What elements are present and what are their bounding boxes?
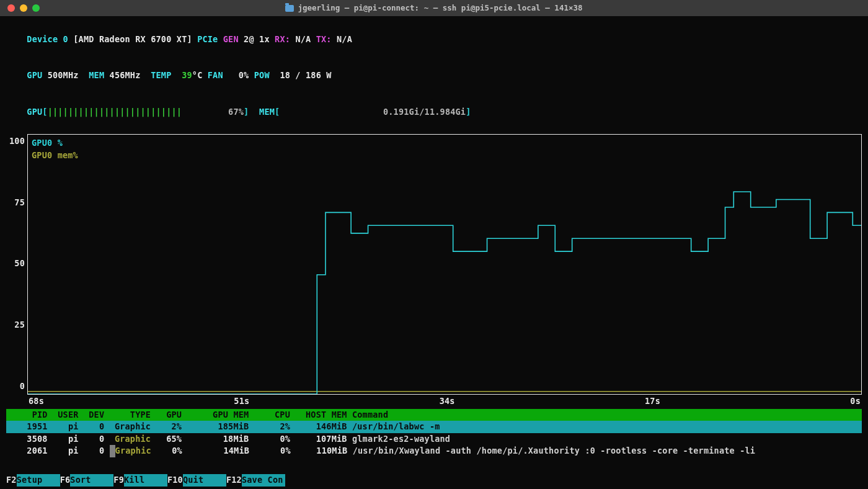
temp-value: 39 <box>182 70 192 80</box>
tx-value: N/A <box>337 34 352 44</box>
footer-action-save-config[interactable]: Save Con <box>242 474 285 487</box>
xtick: 51s <box>234 395 249 408</box>
gen-value: 2@ 1x <box>244 34 270 44</box>
footer-bar: F2Setup F6Sort F9Kill F10Quit F12Save Co… <box>6 474 862 487</box>
mem-meter-text: 0.191Gi/11.984Gi <box>383 107 466 117</box>
temp-label: TEMP <box>151 70 171 80</box>
xtick: 68s <box>29 395 44 408</box>
gen-label: GEN <box>223 34 239 44</box>
gpu-meter-pct: 67% <box>228 107 244 117</box>
folder-icon <box>285 5 294 12</box>
pcie-label: PCIe <box>197 34 218 44</box>
footer-key: F10 <box>167 474 183 487</box>
chart-svg <box>28 135 861 394</box>
device-line: Device 0 [AMD Radeon RX 6700 XT] PCIe GE… <box>6 21 862 58</box>
window-title: jgeerling — pi@pi-connect: ~ — ssh pi@pi… <box>0 2 868 14</box>
gpu-label: GPU <box>27 70 42 80</box>
x-axis: 68s 51s 34s 17s 0s <box>27 395 862 408</box>
pow-label: POW <box>254 70 270 80</box>
table-row[interactable]: 2061 pi 0 Graphic 0% 14MiB 0% 110MiB /us… <box>6 445 862 457</box>
temp-unit: °C <box>192 70 203 80</box>
xtick: 34s <box>440 395 455 408</box>
table-row[interactable]: 1951 pi 0 Graphic 2% 185MiB 2% 146MiB /u… <box>6 421 862 433</box>
fan-value: 0% <box>239 70 249 80</box>
window-titlebar: jgeerling — pi@pi-connect: ~ — ssh pi@pi… <box>0 0 868 16</box>
mem-clock: 456MHz <box>110 70 141 80</box>
footer-key: F2 <box>6 474 17 487</box>
meter-line: GPU[|||||||||||||||||||||||||| 67%] MEM[… <box>6 94 862 130</box>
gpu-meter-bars: |||||||||||||||||||||||||| <box>48 107 182 117</box>
pow-value: 18 / 186 W <box>280 70 331 80</box>
xtick: 0s <box>850 395 861 408</box>
footer-action-setup[interactable]: Setup <box>17 474 60 487</box>
rx-value: N/A <box>295 34 311 44</box>
footer-key: F9 <box>113 474 124 487</box>
footer-action-sort[interactable]: Sort <box>70 474 113 487</box>
mem-meter-label: MEM <box>259 107 275 117</box>
ytick: 25 <box>6 319 25 331</box>
window-title-text: jgeerling — pi@pi-connect: ~ — ssh pi@pi… <box>298 2 582 14</box>
terminal-area[interactable]: Device 0 [AMD Radeon RX 6700 XT] PCIe GE… <box>0 16 868 489</box>
process-table: PID USER DEV TYPE GPU GPU MEM CPU HOST M… <box>6 409 862 457</box>
xtick: 17s <box>645 395 660 408</box>
table-header[interactable]: PID USER DEV TYPE GPU GPU MEM CPU HOST M… <box>6 409 862 421</box>
footer-action-kill[interactable]: Kill <box>124 474 167 487</box>
y-axis: 100 75 50 25 0 <box>6 134 27 395</box>
ytick: 100 <box>6 135 25 148</box>
gpu-clock: 500MHz <box>48 70 79 80</box>
mem-label: MEM <box>89 70 104 80</box>
table-body: 1951 pi 0 Graphic 2% 185MiB 2% 146MiB /u… <box>6 421 862 457</box>
footer-action-quit[interactable]: Quit <box>183 474 226 487</box>
clock-line: GPU 500MHz MEM 456MHz TEMP 39°C FAN 0% P… <box>6 58 862 94</box>
chart: 100 75 50 25 0 GPU0 % GPU0 mem% <box>6 134 862 395</box>
device-label: Device 0 <box>27 34 68 44</box>
chart-plot-area: GPU0 % GPU0 mem% <box>27 134 862 395</box>
ytick: 0 <box>6 380 25 393</box>
table-row[interactable]: 3508 pi 0 Graphic 65% 18MiB 0% 107MiB gl… <box>6 433 862 446</box>
footer-key: F12 <box>226 474 242 487</box>
device-name: [AMD Radeon RX 6700 XT] <box>73 34 192 44</box>
rx-label: RX: <box>275 34 290 44</box>
ytick: 75 <box>6 197 25 209</box>
footer-key: F6 <box>60 474 71 487</box>
ytick: 50 <box>6 258 25 270</box>
tx-label: TX: <box>316 34 332 44</box>
fan-label: FAN <box>208 70 223 80</box>
gpu-meter-label: GPU <box>27 107 42 117</box>
